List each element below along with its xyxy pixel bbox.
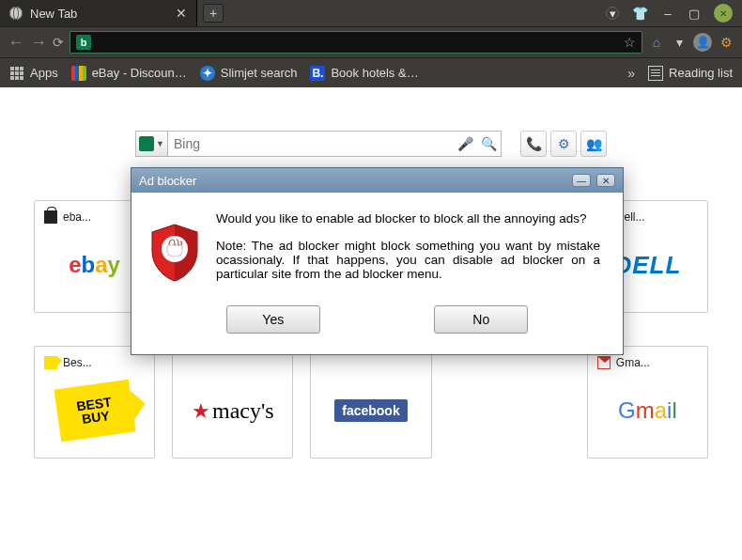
bookmarks-overflow-button[interactable]: » xyxy=(627,66,635,81)
bookmark-label: Slimjet search xyxy=(221,66,298,80)
tab-close-icon[interactable]: ✕ xyxy=(176,6,187,21)
dialog-close-button[interactable]: ✕ xyxy=(596,174,615,187)
bestbuy-logo: BEST BUY xyxy=(54,380,135,443)
tile-bestbuy[interactable]: Bes... BEST BUY xyxy=(34,346,155,459)
microphone-icon[interactable]: 🎤 xyxy=(454,136,476,151)
bookmark-apps[interactable]: Apps xyxy=(9,66,58,81)
gmail-logo: Gmail xyxy=(618,397,677,424)
tile-gmail[interactable]: Gma... Gmail xyxy=(587,346,708,459)
dialog-question: Would you like to enable ad blocker to b… xyxy=(216,211,600,226)
dell-logo: DELL xyxy=(613,251,681,280)
new-tab-button[interactable]: + xyxy=(203,4,224,23)
window-titlebar: New Tab ✕ + ▾ 👕 – ▢ xyxy=(0,0,742,26)
bookmark-ebay[interactable]: eBay - Discoun… xyxy=(71,66,187,81)
search-engine-icon: b xyxy=(76,35,91,50)
bookmark-book-hotels[interactable]: B. Book hotels &… xyxy=(310,66,418,81)
reading-list-label: Reading list xyxy=(669,66,733,80)
tile-label: eba... xyxy=(63,210,91,224)
bestbuy-favicon-icon xyxy=(44,356,57,369)
dialog-note: Note: The ad blocker might block somethi… xyxy=(216,239,600,281)
dialog-no-button[interactable]: No xyxy=(434,305,528,334)
ebay-favicon-icon xyxy=(44,210,57,224)
shirt-icon[interactable]: 👕 xyxy=(632,6,648,21)
speed-dial-row-2: Bes... BEST BUY ★macy's facebook Gma... … xyxy=(34,346,708,459)
macys-logo: ★macy's xyxy=(192,398,274,424)
apps-grid-icon xyxy=(9,66,24,81)
page-search-box[interactable]: ▼ 🎤 🔍 xyxy=(135,131,502,157)
search-input[interactable] xyxy=(168,136,454,151)
search-engine-selector[interactable]: ▼ xyxy=(136,132,168,156)
quick-people-icon[interactable]: 👥 xyxy=(580,131,607,157)
tile-macys[interactable]: ★macy's xyxy=(172,346,293,459)
ebay-logo: ebay xyxy=(69,252,120,278)
browser-tab[interactable]: New Tab ✕ xyxy=(0,0,197,26)
bookmark-label: eBay - Discoun… xyxy=(92,66,187,80)
settings-gear-icon[interactable]: ⚙ xyxy=(718,34,734,51)
home-button[interactable]: ⌂ xyxy=(648,34,665,51)
toolbar-dropdown-icon[interactable]: ▾ xyxy=(671,34,688,51)
search-icon[interactable]: 🔍 xyxy=(476,136,501,151)
dialog-titlebar[interactable]: Ad blocker — ✕ xyxy=(131,168,623,193)
bookmarks-bar: Apps eBay - Discoun… ✦ Slimjet search B.… xyxy=(0,57,742,87)
dialog-yes-button[interactable]: Yes xyxy=(226,305,320,334)
tile-label: Gma... xyxy=(616,356,650,369)
titlebar-dropdown-icon[interactable]: ▾ xyxy=(606,7,619,20)
back-button[interactable]: ← xyxy=(8,33,24,53)
reload-button[interactable]: ⟳ xyxy=(53,35,64,50)
reading-list-icon xyxy=(648,66,663,81)
globe-icon xyxy=(9,7,23,20)
profile-avatar-icon[interactable]: 👤 xyxy=(693,33,712,52)
quick-settings-icon[interactable]: ⚙ xyxy=(550,131,577,157)
forward-button[interactable]: → xyxy=(30,33,47,53)
new-tab-page: ▼ 🎤 🔍 📞 ⚙ 👥 eba... ebay Dell... DELL Bes… xyxy=(0,87,742,560)
ebay-icon xyxy=(71,66,86,81)
slimjet-icon: ✦ xyxy=(200,66,215,81)
bing-icon xyxy=(139,136,154,151)
bookmark-star-icon[interactable]: ☆ xyxy=(624,35,636,50)
navigation-toolbar: ← → ⟳ b ☆ ⌂ ▾ 👤 ⚙ xyxy=(0,26,742,57)
window-maximize-button[interactable]: ▢ xyxy=(688,7,701,20)
bookmark-slimjet[interactable]: ✦ Slimjet search xyxy=(200,66,298,81)
booking-icon: B. xyxy=(310,66,325,81)
dialog-minimize-button[interactable]: — xyxy=(572,174,591,187)
dialog-title: Ad blocker xyxy=(139,174,196,188)
window-close-button[interactable] xyxy=(714,4,733,23)
gmail-favicon-icon xyxy=(597,356,611,369)
window-minimize-button[interactable]: – xyxy=(661,7,674,20)
tile-label: Bes... xyxy=(63,356,92,369)
reading-list-button[interactable]: Reading list xyxy=(648,66,733,81)
tab-title: New Tab xyxy=(30,7,77,21)
chevron-down-icon: ▼ xyxy=(156,139,164,148)
bookmark-label: Apps xyxy=(30,66,58,80)
shield-hand-icon xyxy=(148,211,201,283)
address-bar[interactable]: b ☆ xyxy=(70,31,642,54)
ad-blocker-dialog: Ad blocker — ✕ Would you like to enable … xyxy=(131,167,624,355)
facebook-logo: facebook xyxy=(334,399,407,422)
quick-dial-icon[interactable]: 📞 xyxy=(520,131,547,157)
tile-facebook[interactable]: facebook xyxy=(310,346,431,459)
bookmark-label: Book hotels &… xyxy=(331,66,418,80)
